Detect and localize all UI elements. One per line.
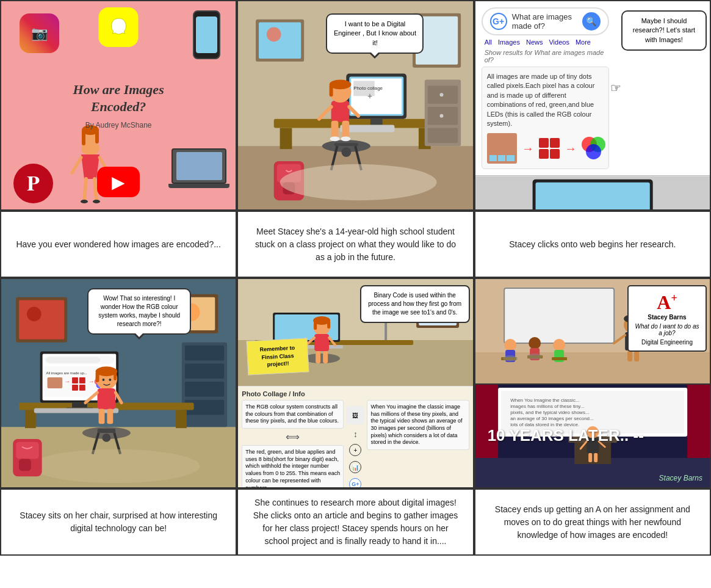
search-button[interactable]: 🔍 [582,12,601,31]
info-box-2: When You imagine the classic image has m… [367,400,469,450]
panel-1-title: 📷 How are Images Encoded? By Audrey McSh… [0,0,237,211]
svg-text:pixels, and the typical video : pixels, and the typical video shows... [510,410,589,415]
svg-rect-90 [72,385,78,391]
auditorium-panel: When You Imagine the classic... images h… [475,385,710,487]
svg-rect-100 [98,429,116,433]
panel-3-search: Maybe I should research?! Let's start wi… [474,0,711,211]
svg-rect-117 [16,442,39,459]
speech-bubble-panel4: Wow! That so interesting! I wonder How t… [87,288,191,335]
svg-rect-89 [79,377,85,383]
svg-rect-78 [25,410,36,428]
svg-rect-86 [48,377,63,388]
svg-rect-179 [588,453,592,462]
phone-icon [193,10,220,59]
svg-point-52 [330,136,340,141]
svg-point-7 [81,200,88,203]
svg-line-9 [72,158,81,173]
search-result-box: All images are made up of tiny dots call… [482,67,609,169]
search-nav: All Images News Videos More [482,38,609,46]
svg-rect-73 [185,346,224,361]
svg-rect-91 [79,385,85,391]
svg-rect-135 [323,351,328,363]
speech-bubble-panel2: I want to be a Digital Engineer , But I … [326,13,424,54]
middle-icons: 🖼 ↕ + 📊 G+ [346,400,364,488]
show-results-text: Show results for What are images made of… [482,49,609,64]
panel-text-2: Meet Stacey she's a 14-year-old high sch… [237,211,474,278]
cursor-icon: ☞ [610,81,621,95]
panel-bottom-text-2: She continues to research more about dig… [237,488,474,556]
svg-text:Photo collage: Photo collage [354,85,383,91]
svg-rect-79 [176,410,187,428]
svg-rect-143 [504,288,614,343]
remember-note: Remember to Finsin Class project!! [247,338,309,376]
svg-rect-40 [334,143,359,146]
snapchat-icon [99,7,139,47]
svg-rect-33 [428,128,458,143]
stacey-barns-label: Stacey Barns [659,474,702,482]
svg-rect-14 [259,23,301,59]
svg-rect-23 [370,119,383,125]
svg-rect-19 [280,128,292,150]
arrow-icon: → [522,140,534,157]
svg-rect-114 [99,409,105,424]
maybe-bubble: Maybe I should research?! Let's start wi… [621,10,707,51]
computer-bottom-panel [475,175,710,211]
svg-text:When You Imagine the classic..: When You Imagine the classic... [510,397,579,403]
svg-rect-129 [314,321,317,330]
svg-text:→: → [88,378,95,385]
topic-label: Digital Engineering [633,339,701,346]
svg-point-126 [303,354,340,363]
panel-title-text: How are Images Encoded? By Audrey McShan… [60,81,177,129]
svg-point-109 [102,379,104,381]
svg-point-53 [341,136,351,141]
svg-rect-159 [634,350,639,361]
svg-point-68 [27,307,42,321]
pinterest-icon: 𝐏 [13,164,53,203]
svg-rect-118 [19,459,31,471]
svg-point-43 [342,147,352,157]
computer-svg [475,176,710,211]
info-left-col: The RGB colour system constructs all the… [242,400,344,488]
youtube-icon: ▶ [97,167,140,197]
svg-point-161 [527,354,542,360]
arrow-icon-2: → [565,140,577,157]
svg-line-5 [84,179,86,200]
pixel-squares [539,138,560,159]
search-images-row: → → [487,133,604,164]
building-thumbnail [487,133,517,164]
panel-text-3: Stacey clicks onto web begins her resear… [474,211,711,278]
collage-info-section: Photo Collage / Info The RGB colour syst… [238,386,472,488]
search-query: What are images made of? [512,12,582,31]
panel-5-binary: Binary Code is used within the process a… [237,278,474,488]
svg-text:+: + [367,91,372,101]
svg-rect-44 [331,101,350,122]
panel-6-split: A+ Stacey Barns What do I want to do as … [474,278,711,488]
svg-rect-51 [342,121,350,139]
subject-label: What do I want to do as a job? [633,323,701,336]
panel-bottom-text-1: Stacey sits on her chair, surprised at h… [0,488,237,556]
svg-text:All images are made up...: All images are made up... [46,371,88,375]
svg-point-144 [504,339,516,351]
svg-text:→: → [64,378,70,385]
svg-point-110 [109,379,111,381]
svg-rect-67 [19,300,64,339]
svg-rect-180 [594,453,597,462]
svg-point-15 [267,27,281,42]
student-name: Stacey Barns [633,314,701,321]
instagram-icon: 📷 [20,13,59,53]
info-right-col: When You imagine the classic image has m… [367,400,469,450]
svg-point-104 [31,449,200,483]
svg-rect-130 [327,321,330,328]
svg-rect-47 [330,84,333,96]
arrows: ↕ [353,429,358,439]
svg-rect-57 [535,183,649,211]
svg-line-6 [95,179,96,200]
svg-point-34 [440,93,444,96]
svg-rect-111 [98,388,116,410]
report-card: A+ Stacey Barns What do I want to do as … [627,285,707,352]
svg-point-54 [280,164,437,200]
svg-rect-152 [552,357,567,360]
svg-point-146 [529,337,541,349]
svg-rect-74 [185,363,224,379]
info-box-1: The RGB colour system constructs all the… [242,400,344,429]
